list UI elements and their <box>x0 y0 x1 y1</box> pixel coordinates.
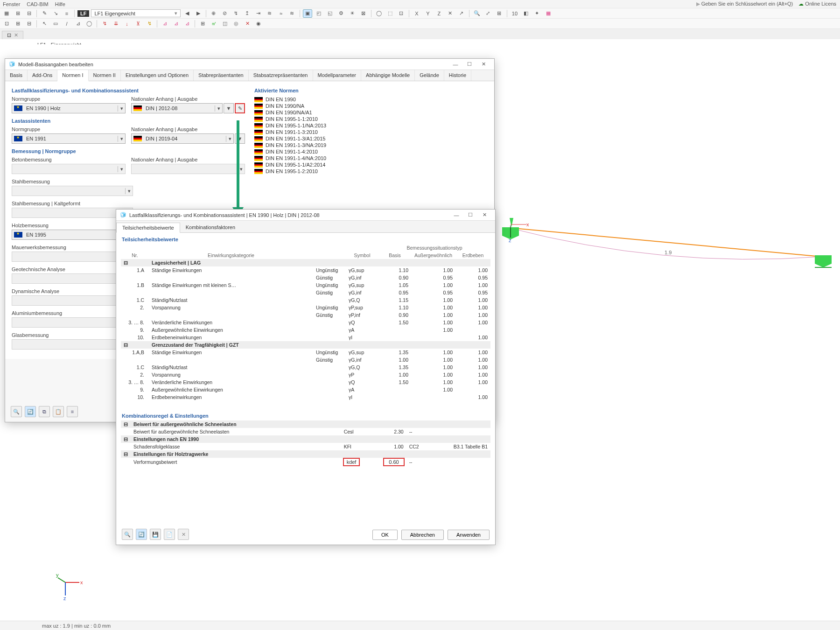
table-row[interactable]: 3. … 8.Veränderliche EinwirkungenγQ1.501… <box>121 319 490 326</box>
search-icon[interactable]: 🔍 <box>11 406 22 417</box>
apply-button[interactable]: Anwenden <box>448 530 490 540</box>
table-row[interactable]: 3. … 8.Veränderliche EinwirkungenγQ1.501… <box>121 378 490 386</box>
table-row[interactable]: GünstigγG,inf0.950.950.95 <box>121 289 490 296</box>
tool-icon[interactable]: ⊿ <box>160 20 169 28</box>
dialog-titlebar[interactable]: 🧊 Modell-Basisangaben bearbeiten — ☐ ✕ <box>5 59 494 70</box>
perspective-tab[interactable]: ⊡✕ <box>2 31 23 39</box>
combo-anhang-1[interactable]: DIN | 2012-08▾ <box>131 103 223 113</box>
dlg1-tab[interactable]: Basis <box>5 70 28 81</box>
tool-icon[interactable]: ◱ <box>325 9 335 18</box>
tool-icon[interactable]: X <box>412 9 421 18</box>
table-row[interactable]: 1.CStändig/NutzlastγG,Q1.351.001.00 <box>121 364 490 371</box>
tool-icon[interactable]: ▶ <box>194 9 203 18</box>
table-row[interactable]: 1.CStändig/NutzlastγG,Q1.151.001.00 <box>121 296 490 304</box>
tool-icon[interactable]: ⊿ <box>171 20 181 28</box>
tool-icon[interactable]: ≈ <box>276 9 286 18</box>
copy-icon[interactable]: ⧉ <box>39 406 50 417</box>
tool-icon[interactable]: ▣ <box>303 9 312 18</box>
tab-combination[interactable]: Kombinationsfaktoren <box>180 223 241 232</box>
reset-icon[interactable]: 🔄 <box>136 529 147 540</box>
dlg1-tab[interactable]: Modellparameter <box>313 70 362 81</box>
dialog-safety-factors[interactable]: 🧊 Lastfallklassifizierungs- und Kombinat… <box>116 209 496 545</box>
combo-anhang-2[interactable]: DIN | 2019-04▾ <box>131 133 234 144</box>
tool-icon[interactable]: ▦ <box>2 9 11 18</box>
tool-icon[interactable]: ⊕ <box>209 9 218 18</box>
table-row[interactable]: 10.ErdbebeneinwirkungenγI1.00 <box>121 334 490 341</box>
table-row[interactable]: 9.Außergewöhnliche EinwirkungenγA1.00 <box>121 386 490 393</box>
tool-icon[interactable]: ◯ <box>84 20 94 28</box>
tool-icon[interactable]: 10 <box>510 9 519 18</box>
table-row[interactable]: 2.VorspannungUngünstigγP,sup1.101.001.00 <box>121 304 490 311</box>
saveas-icon[interactable]: 📄 <box>164 529 175 540</box>
toolbar-row-1[interactable]: ▦ ⊞ ⊟ ✎ ↘ ≡ LF LF1 Eigengewicht▾ ◀ ▶ ⊕ ⊘… <box>0 8 840 19</box>
table-row[interactable]: 10.ErdbebeneinwirkungenγI1.00 <box>121 393 490 401</box>
tool-icon[interactable]: ⊞ <box>495 9 504 18</box>
tool-icon[interactable]: ≡ <box>62 9 71 18</box>
table-row[interactable]: GünstigγG,inf1.001.001.00 <box>121 356 490 364</box>
combo-holz[interactable]: EN 1995▾ <box>12 230 133 240</box>
settings-table[interactable]: ⊟Beiwert für außergewöhnliche Schneelast… <box>121 420 490 466</box>
tool-icon[interactable]: ⊿ <box>182 20 192 28</box>
tool-icon[interactable]: / <box>62 20 71 28</box>
tool-icon[interactable]: Y <box>423 9 433 18</box>
tool-icon[interactable]: ⊟ <box>24 20 34 28</box>
list-icon[interactable]: ≡ <box>67 406 78 417</box>
ok-button[interactable]: OK <box>372 530 398 540</box>
tool-icon[interactable]: 🔍 <box>472 9 482 18</box>
close-icon[interactable]: ✕ <box>476 61 490 67</box>
tool-icon[interactable]: ⊟ <box>24 9 34 18</box>
kdef-symbol-cell[interactable]: kdef <box>344 459 359 465</box>
keyword-hint[interactable]: ▶ Geben Sie ein Schlüsselwort ein (Alt+Q… <box>696 1 793 7</box>
table-row[interactable]: GünstigγG,inf0.900.950.95 <box>121 274 490 281</box>
toolbar-row-2[interactable]: ⊡ ⊞ ⊟ ↖ ▭ / ⊿ ◯ ↯ ⇊ ↓ ⊻ ↯ ⊿ ⊿ ⊿ ⊞ ㎡ ◫ ◎ … <box>0 19 840 29</box>
tool-icon[interactable]: ◎ <box>231 20 241 28</box>
document-tabstrip[interactable]: ⊡✕ <box>0 29 840 39</box>
combo-normgroup-1[interactable]: EN 1990 | Holz▾ <box>12 103 126 113</box>
search-icon[interactable]: 🔍 <box>122 529 133 540</box>
factors-table[interactable]: Bemessungssituationstyp Nr. Einwirkungsk… <box>121 244 490 401</box>
dlg1-tab[interactable]: Normen II <box>89 70 121 81</box>
tool-icon[interactable]: ↥ <box>243 9 252 18</box>
tool-icon[interactable]: ⊞ <box>13 20 22 28</box>
menu-cadbim[interactable]: CAD-BIM <box>27 1 48 7</box>
tool-icon[interactable]: Z <box>434 9 444 18</box>
close-icon[interactable]: ✕ <box>477 212 491 218</box>
table-row[interactable]: 1.BStändige Einwirkungen mit kleinen S…U… <box>121 281 490 289</box>
tool-icon[interactable]: ✦ <box>532 9 542 18</box>
tool-icon[interactable]: ≋ <box>265 9 274 18</box>
tool-icon[interactable]: ◉ <box>254 20 263 28</box>
dlg1-tab[interactable]: Gelände <box>415 70 444 81</box>
tool-icon[interactable]: ⊠ <box>359 9 368 18</box>
tool-icon[interactable]: ⊡ <box>397 9 406 18</box>
minimize-icon[interactable]: — <box>449 212 463 218</box>
maximize-icon[interactable]: ☐ <box>463 212 477 218</box>
filter-icon[interactable]: ▼ <box>224 103 234 113</box>
dialog-tabs[interactable]: BasisAdd-OnsNormen INormen IIEinstellung… <box>5 70 494 81</box>
tool-icon[interactable]: ⇥ <box>254 9 263 18</box>
tool-icon[interactable]: ⊞ <box>198 20 207 28</box>
tool-icon[interactable]: ◫ <box>220 20 230 28</box>
table-row[interactable]: 1.A,BStändige EinwirkungenUngünstigγG,su… <box>121 349 490 356</box>
main-menubar[interactable]: Fenster CAD-BIM Hilfe ▶ Geben Sie ein Sc… <box>0 0 840 8</box>
paste-icon[interactable]: 📋 <box>53 406 64 417</box>
menu-fenster[interactable]: Fenster <box>3 1 20 7</box>
cancel-button[interactable]: Abbrechen <box>401 530 444 540</box>
tool-icon[interactable]: ⊞ <box>13 9 22 18</box>
tab-safety[interactable]: Teilsicherheitsbeiwerte <box>116 223 180 233</box>
tool-icon[interactable]: ⬚ <box>385 9 395 18</box>
tool-icon[interactable]: ◀ <box>182 9 192 18</box>
tool-icon[interactable]: ↓ <box>122 20 132 28</box>
table-row[interactable]: 9.Außergewöhnliche EinwirkungenγA1.00 <box>121 326 490 334</box>
dlg1-tab[interactable]: Einstellungen und Optionen <box>121 70 194 81</box>
tool-icon[interactable]: ⊻ <box>133 20 143 28</box>
tool-icon[interactable]: ↘ <box>51 9 60 18</box>
table-row[interactable]: 1.AStändige EinwirkungenUngünstigγG,sup1… <box>121 266 490 274</box>
table-row[interactable]: GünstigγP,inf0.901.001.00 <box>121 311 490 319</box>
close-icon[interactable]: ✕ <box>14 32 18 38</box>
table-row[interactable]: 2.VorspannungγP1.001.001.00 <box>121 371 490 378</box>
tool-icon[interactable]: ◯ <box>374 9 384 18</box>
lf-select[interactable]: LF1 Eigengewicht▾ <box>91 9 180 17</box>
save-icon[interactable]: 💾 <box>150 529 161 540</box>
dlg1-tab[interactable]: Historie <box>444 70 471 81</box>
tool-icon[interactable]: ◰ <box>314 9 323 18</box>
